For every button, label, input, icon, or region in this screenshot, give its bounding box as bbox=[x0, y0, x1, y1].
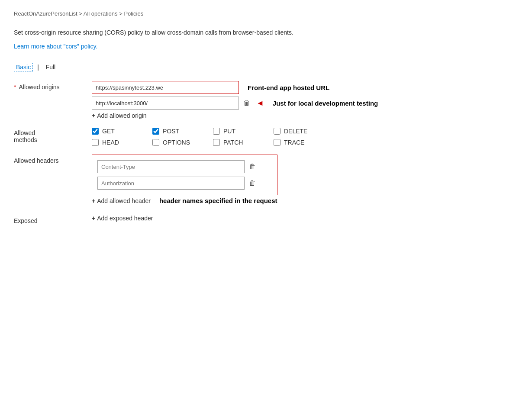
full-view-label: Full bbox=[46, 64, 56, 71]
method-patch: PATCH bbox=[213, 139, 274, 146]
header-1-input[interactable] bbox=[97, 160, 245, 173]
method-put: PUT bbox=[213, 128, 274, 135]
origin-2-annotation: Just for local development testing bbox=[273, 100, 378, 107]
exposed-label: Exposed bbox=[14, 215, 92, 224]
origin-2-input[interactable] bbox=[92, 97, 239, 110]
method-trace: TRACE bbox=[274, 139, 334, 146]
method-put-label: PUT bbox=[223, 128, 235, 135]
method-get: GET bbox=[92, 128, 152, 135]
origin-1-input[interactable] bbox=[92, 81, 239, 94]
allowed-headers-content: 🗑 🗑 + Add allowed header header names sp… bbox=[92, 155, 277, 204]
breadcrumb-sep1: > bbox=[79, 10, 84, 17]
method-head-checkbox[interactable] bbox=[92, 139, 99, 146]
cors-form: * Allowed origins Front-end app hosted U… bbox=[14, 81, 518, 224]
header-1-row: 🗑 bbox=[97, 160, 272, 173]
method-post-checkbox[interactable] bbox=[152, 128, 159, 135]
header-1-delete-button[interactable]: 🗑 bbox=[248, 162, 257, 171]
exposed-headers-row: Exposed + Add exposed header bbox=[14, 215, 518, 224]
add-header-label: Add allowed header bbox=[97, 197, 151, 204]
add-allowed-origin-button[interactable]: + Add allowed origin bbox=[92, 112, 518, 119]
method-head: HEAD bbox=[92, 139, 152, 146]
method-patch-checkbox[interactable] bbox=[213, 139, 220, 146]
origin-2-row: 🗑 ◄ Just for local development testing bbox=[92, 97, 518, 110]
header-annotation: header names specified in the request bbox=[159, 197, 277, 204]
allowed-headers-row: Allowed headers 🗑 🗑 + Add allowed header… bbox=[14, 155, 518, 204]
required-star: * bbox=[14, 84, 16, 90]
origin-2-delete-button[interactable]: 🗑 bbox=[242, 99, 251, 107]
add-exposed-label: Add exposed header bbox=[97, 215, 153, 222]
method-options-label: OPTIONS bbox=[163, 139, 190, 146]
add-header-row: + Add allowed header header names specif… bbox=[92, 197, 277, 204]
description-text: Set cross-origin resource sharing (CORS)… bbox=[14, 29, 403, 36]
origin-1-row: Front-end app hosted URL bbox=[92, 81, 518, 94]
method-post: POST bbox=[152, 128, 213, 135]
allowed-headers-label: Allowed headers bbox=[14, 155, 92, 164]
allowed-methods-label: Allowedmethods bbox=[14, 128, 92, 143]
method-delete-checkbox[interactable] bbox=[274, 128, 281, 135]
breadcrumb-part2: All operations bbox=[84, 10, 118, 17]
allowed-origins-label: Allowed origins bbox=[19, 84, 59, 90]
method-post-label: POST bbox=[163, 128, 179, 135]
method-trace-checkbox[interactable] bbox=[274, 139, 281, 146]
add-header-plus-icon: + bbox=[92, 197, 95, 204]
allowed-headers-box: 🗑 🗑 bbox=[92, 155, 277, 195]
allowed-origins-label-col: * Allowed origins bbox=[14, 81, 92, 90]
method-head-label: HEAD bbox=[102, 139, 119, 146]
method-options: OPTIONS bbox=[152, 139, 213, 146]
method-get-label: GET bbox=[102, 128, 115, 135]
breadcrumb-part1: ReactOnAzurePersonList bbox=[14, 10, 77, 17]
method-patch-label: PATCH bbox=[223, 139, 243, 146]
basic-view-link[interactable]: Basic bbox=[14, 63, 33, 71]
allowed-origins-row: * Allowed origins Front-end app hosted U… bbox=[14, 81, 518, 119]
method-delete: DELETE bbox=[274, 128, 334, 135]
header-2-row: 🗑 bbox=[97, 177, 272, 190]
header-2-input[interactable] bbox=[97, 177, 245, 190]
allowed-methods-row: Allowedmethods GET POST PUT DELETE HEAD bbox=[14, 128, 518, 146]
method-get-checkbox[interactable] bbox=[92, 128, 99, 135]
add-exposed-plus-icon: + bbox=[92, 215, 95, 222]
view-toggle: Basic | Full bbox=[14, 64, 518, 71]
breadcrumb-part3: Policies bbox=[124, 10, 143, 17]
add-origin-label: Add allowed origin bbox=[97, 112, 146, 119]
breadcrumb-sep2: > bbox=[119, 10, 124, 17]
learn-more-link[interactable]: Learn more about "cors" policy. bbox=[14, 43, 97, 50]
method-options-checkbox[interactable] bbox=[152, 139, 159, 146]
allowed-methods-grid: GET POST PUT DELETE HEAD OPTIONS bbox=[92, 128, 334, 146]
method-delete-label: DELETE bbox=[284, 128, 307, 135]
origin-1-annotation: Front-end app hosted URL bbox=[248, 84, 329, 91]
method-trace-label: TRACE bbox=[284, 139, 304, 146]
add-exposed-header-button[interactable]: + Add exposed header bbox=[92, 215, 153, 222]
allowed-origins-fields: Front-end app hosted URL 🗑 ◄ Just for lo… bbox=[92, 81, 518, 119]
view-separator: | bbox=[37, 64, 39, 71]
plus-icon: + bbox=[92, 112, 95, 119]
breadcrumb: ReactOnAzurePersonList > All operations … bbox=[14, 10, 518, 17]
header-2-delete-button[interactable]: 🗑 bbox=[248, 179, 257, 187]
exposed-headers-content: + Add exposed header bbox=[92, 215, 153, 222]
method-put-checkbox[interactable] bbox=[213, 128, 220, 135]
add-allowed-header-button[interactable]: + Add allowed header bbox=[92, 197, 151, 204]
arrow-icon: ◄ bbox=[256, 99, 264, 108]
